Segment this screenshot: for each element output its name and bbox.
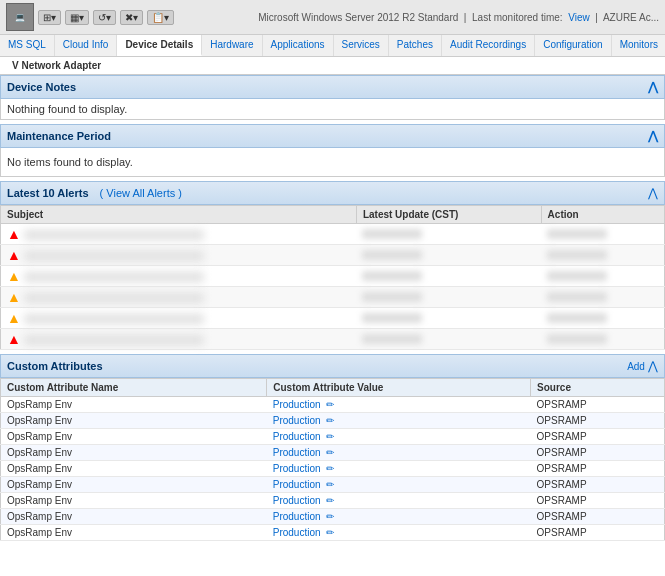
attr-name: OpsRamp Env xyxy=(1,525,267,541)
top-bar-info: Microsoft Windows Server 2012 R2 Standar… xyxy=(258,12,659,23)
tab-services[interactable]: Services xyxy=(334,35,389,56)
edit-icon[interactable]: ✏ xyxy=(326,479,334,490)
attr-value: Production ✏ xyxy=(267,413,531,429)
attr-row: OpsRamp Env Production ✏ OPSRAMP xyxy=(1,525,665,541)
attr-row: OpsRamp Env Production ✏ OPSRAMP xyxy=(1,493,665,509)
attrs-col-source: Source xyxy=(531,379,665,397)
custom-attrs-table: Custom Attribute Name Custom Attribute V… xyxy=(0,378,665,541)
alerts-header-left: Latest 10 Alerts ( View All Alerts ) xyxy=(7,187,182,199)
alert-update-blurred xyxy=(362,271,422,281)
view-link[interactable]: View xyxy=(568,12,590,23)
alert-icon-yellow: ▲ xyxy=(7,289,21,305)
toolbar-btn-5[interactable]: 📋▾ xyxy=(147,10,174,25)
alerts-col-update: Latest Update (CST) xyxy=(356,206,541,224)
tab-mssql[interactable]: MS SQL xyxy=(0,35,55,56)
attr-source: OPSRAMP xyxy=(531,413,665,429)
alert-icon-yellow: ▲ xyxy=(7,268,21,284)
alert-update-blurred xyxy=(362,313,422,323)
alert-icon-yellow: ▲ xyxy=(7,310,21,326)
attr-source: OPSRAMP xyxy=(531,493,665,509)
attr-name: OpsRamp Env xyxy=(1,429,267,445)
alert-cell-update xyxy=(356,329,541,350)
custom-attrs-title: Custom Attributes xyxy=(7,360,103,372)
attr-value-link[interactable]: Production xyxy=(273,447,321,458)
attr-value: Production ✏ xyxy=(267,525,531,541)
device-notes-collapse[interactable]: ⋀ xyxy=(648,80,658,94)
edit-icon[interactable]: ✏ xyxy=(326,463,334,474)
alert-subject-blurred xyxy=(24,293,204,303)
tab-cloudinfo[interactable]: Cloud Info xyxy=(55,35,118,56)
attr-value-link[interactable]: Production xyxy=(273,511,321,522)
device-notes-content: Nothing found to display. xyxy=(0,99,665,120)
edit-icon[interactable]: ✏ xyxy=(326,511,334,522)
attr-value-link[interactable]: Production xyxy=(273,479,321,490)
alerts-table: Subject Latest Update (CST) Action ▲ ▲ xyxy=(0,205,665,350)
attr-row: OpsRamp Env Production ✏ OPSRAMP xyxy=(1,397,665,413)
attr-value-link[interactable]: Production xyxy=(273,495,321,506)
toolbar-btn-2[interactable]: ▦▾ xyxy=(65,10,89,25)
edit-icon[interactable]: ✏ xyxy=(326,447,334,458)
alert-cell-action xyxy=(541,287,664,308)
alert-cell-subject: ▲ xyxy=(1,266,357,287)
sub-tabs: V Network Adapter xyxy=(0,57,665,75)
attr-row: OpsRamp Env Production ✏ OPSRAMP xyxy=(1,477,665,493)
custom-attrs-controls: Add ⋀ xyxy=(627,359,658,373)
toolbar-btn-3[interactable]: ↺▾ xyxy=(93,10,116,25)
maintenance-content: No items found to display. xyxy=(0,148,665,177)
device-notes-header: Device Notes ⋀ xyxy=(0,75,665,99)
attr-name: OpsRamp Env xyxy=(1,477,267,493)
custom-attrs-header: Custom Attributes Add ⋀ xyxy=(0,354,665,378)
attr-value-link[interactable]: Production xyxy=(273,463,321,474)
subtab-vnetwork[interactable]: V Network Adapter xyxy=(4,57,109,74)
top-bar-left: 💻 ⊞▾ ▦▾ ↺▾ ✖▾ 📋▾ xyxy=(6,3,174,31)
edit-icon[interactable]: ✏ xyxy=(326,431,334,442)
attr-row: OpsRamp Env Production ✏ OPSRAMP xyxy=(1,429,665,445)
alerts-header: Latest 10 Alerts ( View All Alerts ) ⋀ xyxy=(0,181,665,205)
attr-value: Production ✏ xyxy=(267,429,531,445)
attr-name: OpsRamp Env xyxy=(1,397,267,413)
attr-source: OPSRAMP xyxy=(531,509,665,525)
view-all-alerts-link[interactable]: ( View All Alerts ) xyxy=(100,187,182,199)
alert-cell-subject: ▲ xyxy=(1,329,357,350)
edit-icon[interactable]: ✏ xyxy=(326,415,334,426)
alert-subject-blurred xyxy=(24,272,204,282)
top-bar: 💻 ⊞▾ ▦▾ ↺▾ ✖▾ 📋▾ Microsoft Windows Serve… xyxy=(0,0,665,35)
tab-hardware[interactable]: Hardware xyxy=(202,35,262,56)
tab-audit[interactable]: Audit Recordings xyxy=(442,35,535,56)
toolbar-btn-1[interactable]: ⊞▾ xyxy=(38,10,61,25)
alert-cell-subject: ▲ xyxy=(1,308,357,329)
attr-value-link[interactable]: Production xyxy=(273,415,321,426)
tab-monitors[interactable]: Monitors xyxy=(612,35,665,56)
attr-value-link[interactable]: Production xyxy=(273,431,321,442)
alerts-col-action: Action xyxy=(541,206,664,224)
alert-cell-subject: ▲ xyxy=(1,245,357,266)
azure-label: AZURE Ac... xyxy=(603,12,659,23)
edit-icon[interactable]: ✏ xyxy=(326,527,334,538)
attr-value: Production ✏ xyxy=(267,397,531,413)
tab-patches[interactable]: Patches xyxy=(389,35,442,56)
server-icon: 💻 xyxy=(6,3,34,31)
tab-devicedetails[interactable]: Device Details xyxy=(117,35,202,56)
alerts-collapse[interactable]: ⋀ xyxy=(648,186,658,200)
attr-row: OpsRamp Env Production ✏ OPSRAMP xyxy=(1,461,665,477)
alert-subject-blurred xyxy=(24,251,204,261)
alert-cell-action xyxy=(541,224,664,245)
attr-name: OpsRamp Env xyxy=(1,461,267,477)
add-attribute-link[interactable]: Add xyxy=(627,361,645,372)
toolbar-btn-4[interactable]: ✖▾ xyxy=(120,10,143,25)
content-area: Device Notes ⋀ Nothing found to display.… xyxy=(0,75,665,541)
tab-config[interactable]: Configuration xyxy=(535,35,611,56)
attr-value-link[interactable]: Production xyxy=(273,399,321,410)
attr-value-link[interactable]: Production xyxy=(273,527,321,538)
edit-icon[interactable]: ✏ xyxy=(326,399,334,410)
alert-cell-update xyxy=(356,308,541,329)
attr-name: OpsRamp Env xyxy=(1,445,267,461)
custom-attrs-collapse[interactable]: ⋀ xyxy=(648,359,658,373)
alert-action-blurred xyxy=(547,271,607,281)
alert-action-blurred xyxy=(547,313,607,323)
attr-value: Production ✏ xyxy=(267,493,531,509)
tab-applications[interactable]: Applications xyxy=(263,35,334,56)
edit-icon[interactable]: ✏ xyxy=(326,495,334,506)
maintenance-collapse[interactable]: ⋀ xyxy=(648,129,658,143)
alert-update-blurred xyxy=(362,250,422,260)
